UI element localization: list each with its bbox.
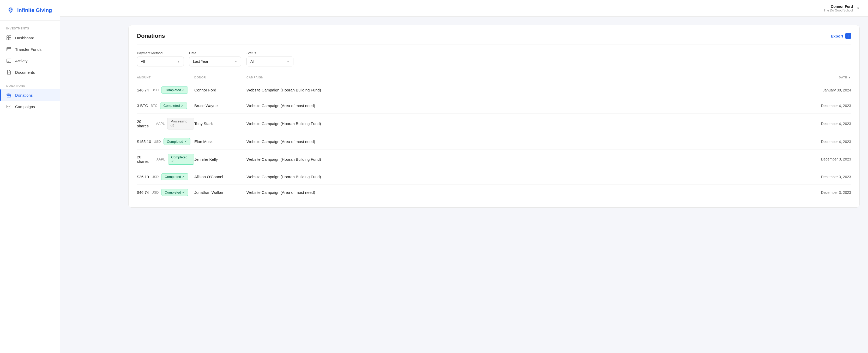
campaign-cell: Website Campaign (Area of most need) xyxy=(246,103,799,108)
amount-column-header: Amount xyxy=(137,76,194,79)
svg-rect-6 xyxy=(7,49,8,50)
date-cell: January 30, 2024 xyxy=(799,88,851,92)
table-row: 3 BTC BTC Completed ✓ Bruce Wayne Websit… xyxy=(137,98,851,114)
transfer-icon xyxy=(6,47,11,52)
status-badge: Completed ✓ xyxy=(161,86,188,94)
logo-text: Infinite Giving xyxy=(17,7,52,13)
donor-cell: Elon Musk xyxy=(194,139,246,144)
currency-label: AAPL xyxy=(156,157,165,161)
amount-value: 20 shares xyxy=(137,155,154,164)
payment-method-value: All xyxy=(141,60,145,64)
logo: Infinite Giving xyxy=(0,0,60,21)
export-button[interactable]: Export ↓ xyxy=(831,33,851,39)
sidebar-item-campaigns[interactable]: Campaigns xyxy=(0,101,60,112)
amount-value: $46.74 xyxy=(137,88,149,92)
table-row: $155.10 USD Completed ✓ Elon Musk Websit… xyxy=(137,134,851,149)
currency-label: USD xyxy=(154,140,161,144)
status-badge: Completed ✓ xyxy=(168,154,194,165)
dashboard-label: Dashboard xyxy=(15,36,34,40)
activity-icon xyxy=(6,58,11,63)
export-label: Export xyxy=(831,34,843,38)
date-cell: December 3, 2023 xyxy=(799,190,851,195)
amount-cell: $46.74 USD Completed ✓ xyxy=(137,86,194,94)
activity-label: Activity xyxy=(15,59,28,63)
user-org: The Do Good School xyxy=(824,9,853,12)
status-badge: Completed ✓ xyxy=(161,173,188,180)
main-content: Donations Export ↓ Payment Method All ▼ … xyxy=(120,17,868,353)
donor-cell: Jennifer Kelly xyxy=(194,157,246,162)
campaign-cell: Website Campaign (Hoorah Building Fund) xyxy=(246,88,799,92)
svg-rect-2 xyxy=(7,38,9,40)
topbar: Connor Ford The Do Good School ▼ xyxy=(60,0,868,17)
user-text: Connor Ford The Do Good School xyxy=(824,4,853,12)
date-cell: December 4, 2023 xyxy=(799,140,851,144)
donor-column-header: Donor xyxy=(194,76,246,79)
document-icon xyxy=(6,70,11,75)
currency-label: USD xyxy=(152,88,159,92)
sidebar-item-dashboard[interactable]: Dashboard xyxy=(0,32,60,43)
date-value: Last Year xyxy=(193,60,208,64)
donations-section-label: Donations xyxy=(0,78,60,90)
date-cell: December 4, 2023 xyxy=(799,104,851,108)
logo-name-part1: Infinite xyxy=(17,7,36,13)
amount-value: 20 shares xyxy=(137,119,153,128)
table-row: $46.74 USD Completed ✓ Jonathan Walker W… xyxy=(137,185,851,200)
sidebar-item-transfer-funds[interactable]: Transfer Funds xyxy=(0,43,60,55)
date-column-header[interactable]: Date ▼ xyxy=(799,76,851,79)
donor-cell: Allison O'Connel xyxy=(194,175,246,179)
sidebar: Infinite Giving Investments Dashboard Tr… xyxy=(0,0,60,353)
payment-method-label: Payment Method xyxy=(137,51,184,55)
amount-cell: $26.10 USD Completed ✓ xyxy=(137,173,194,180)
donor-cell: Connor Ford xyxy=(194,88,246,92)
sort-icon: ▼ xyxy=(848,76,851,79)
donor-cell: Jonathan Walker xyxy=(194,190,246,195)
donations-label: Donations xyxy=(15,93,33,98)
documents-label: Documents xyxy=(15,70,35,74)
table-header: Amount Donor Campaign Date ▼ xyxy=(137,74,851,81)
grid-icon xyxy=(6,35,11,40)
user-menu[interactable]: Connor Ford The Do Good School ▼ xyxy=(824,4,860,12)
status-badge: Completed ✓ xyxy=(161,189,188,196)
date-filter: Date Last Year ▼ xyxy=(189,51,241,66)
amount-cell: $46.74 USD Completed ✓ xyxy=(137,189,194,196)
campaign-cell: Website Campaign (Hoorah Building Fund) xyxy=(246,157,799,162)
sidebar-item-documents[interactable]: Documents xyxy=(0,66,60,78)
amount-value: 3 BTC xyxy=(137,103,148,108)
status-badge: Processing ⓘ xyxy=(167,118,194,130)
status-value: All xyxy=(250,60,254,64)
campaign-column-header: Campaign xyxy=(246,76,799,79)
campaigns-label: Campaigns xyxy=(15,104,35,109)
currency-label: USD xyxy=(152,190,159,195)
amount-cell: 20 shares AAPL Completed ✓ xyxy=(137,154,194,165)
status-filter: Status All ▼ xyxy=(246,51,293,66)
logo-name-part2: Giving xyxy=(36,7,52,13)
date-cell: December 3, 2023 xyxy=(799,175,851,179)
donor-cell: Tony Stark xyxy=(194,121,246,126)
sidebar-item-donations[interactable]: Donations xyxy=(0,90,60,101)
currency-label: AAPL xyxy=(156,122,164,126)
date-cell: December 3, 2023 xyxy=(799,157,851,161)
svg-rect-3 xyxy=(9,38,11,40)
gift-icon xyxy=(6,93,11,98)
payment-method-select[interactable]: All ▼ xyxy=(137,57,184,66)
status-label: Status xyxy=(246,51,293,55)
svg-rect-0 xyxy=(7,36,9,37)
campaign-cell: Website Campaign (Hoorah Building Fund) xyxy=(246,175,799,179)
status-badge: Completed ✓ xyxy=(163,138,190,145)
payment-method-chevron-icon: ▼ xyxy=(177,60,180,63)
donations-card: Donations Export ↓ Payment Method All ▼ … xyxy=(128,25,860,208)
table-row: $26.10 USD Completed ✓ Allison O'Connel … xyxy=(137,169,851,185)
download-icon: ↓ xyxy=(845,33,851,39)
date-select[interactable]: Last Year ▼ xyxy=(189,57,241,66)
currency-label: USD xyxy=(152,175,159,179)
campaign-cell: Website Campaign (Area of most need) xyxy=(246,139,799,144)
status-select[interactable]: All ▼ xyxy=(246,57,293,66)
table-body: $46.74 USD Completed ✓ Connor Ford Websi… xyxy=(137,82,851,200)
svg-rect-4 xyxy=(7,47,11,51)
date-label: Date xyxy=(189,51,241,55)
user-name: Connor Ford xyxy=(824,4,853,9)
sidebar-item-activity[interactable]: Activity xyxy=(0,55,60,66)
campaigns-icon xyxy=(6,104,11,109)
payment-method-filter: Payment Method All ▼ xyxy=(137,51,184,66)
table-row: 20 shares AAPL Processing ⓘ Tony Stark W… xyxy=(137,114,851,134)
